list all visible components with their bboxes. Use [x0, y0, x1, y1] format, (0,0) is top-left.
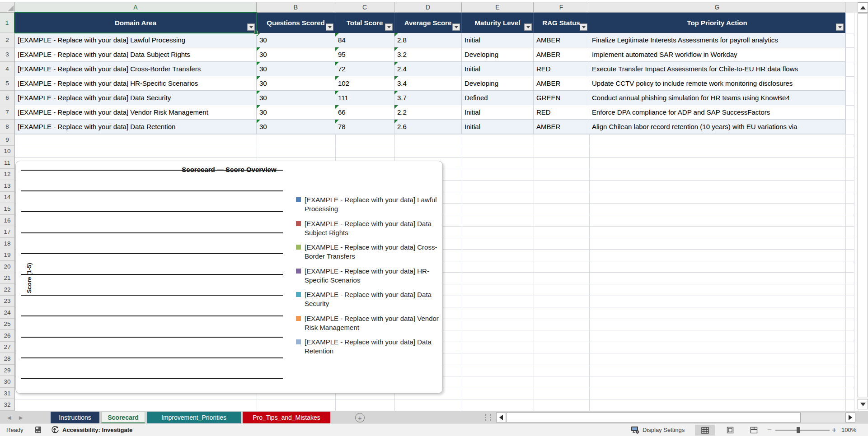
filter-button-maturity-level[interactable] [524, 23, 532, 31]
column-header-A[interactable]: A [15, 2, 257, 13]
cell-G7[interactable]: Enforce DPA compliance for ADP and SAP S… [589, 105, 845, 120]
cell-C6[interactable]: 111 [335, 91, 394, 105]
new-sheet-button[interactable]: + [355, 413, 365, 422]
row-header-6[interactable]: 6 [0, 91, 15, 105]
score-overview-chart[interactable]: Scorecard — Score Overview Score (1-5) [… [15, 161, 443, 394]
row-header-32[interactable]: 32 [0, 399, 15, 411]
cell-F8[interactable]: AMBER [534, 120, 589, 134]
row-header-29[interactable]: 29 [0, 365, 15, 376]
row-header-26[interactable]: 26 [0, 330, 15, 342]
cell-G2[interactable]: Finalize Legitimate Interests Assessment… [589, 33, 845, 47]
accessibility-status[interactable]: Accessibility: Investigate [62, 424, 132, 436]
cell-D4[interactable]: 2.4 [394, 62, 462, 76]
sheet-tab-pro-tips-and-mistakes[interactable]: Pro_Tips_and_Mistakes [243, 412, 330, 423]
cell-E7[interactable]: Initial [462, 105, 534, 120]
cell-B3[interactable]: 30 [257, 47, 335, 62]
row-header-12[interactable]: 12 [0, 169, 15, 181]
cell-E6[interactable]: Defined [462, 91, 534, 105]
select-all-corner[interactable] [0, 2, 15, 13]
row-header-18[interactable]: 18 [0, 238, 15, 250]
row-header-2[interactable]: 2 [0, 33, 15, 47]
row-header-31[interactable]: 31 [0, 388, 15, 399]
cell-B5[interactable]: 30 [257, 76, 335, 91]
cell-A8[interactable]: [EXAMPLE - Replace with your data] Data … [15, 120, 257, 134]
cell-G3[interactable]: Implement automated SAR workflow in Work… [589, 47, 845, 62]
sheet-nav-right-icon[interactable]: ▶ [19, 415, 23, 421]
sheet-tab-instructions[interactable]: Instructions [51, 412, 99, 423]
tab-scrollbar-divider[interactable] [485, 414, 491, 421]
row-header-10[interactable]: 10 [0, 146, 15, 158]
row-header-30[interactable]: 30 [0, 376, 15, 388]
cell-B7[interactable]: 30 [257, 105, 335, 120]
sheet-tab-improvement-priorities[interactable]: Improvement_Priorities [147, 412, 241, 423]
table-header-average-score[interactable]: Average Score [394, 13, 462, 33]
vertical-scroll-thumb[interactable] [858, 14, 868, 397]
cell-F4[interactable]: RED [534, 62, 589, 76]
row-header-7[interactable]: 7 [0, 105, 15, 120]
cell-F2[interactable]: AMBER [534, 33, 589, 47]
row-header-19[interactable]: 19 [0, 249, 15, 261]
row-header-24[interactable]: 24 [0, 307, 15, 319]
cell-C8[interactable]: 78 [335, 120, 394, 134]
row-header-11[interactable]: 11 [0, 157, 15, 169]
row-header-8[interactable]: 8 [0, 120, 15, 134]
cell-A5[interactable]: [EXAMPLE - Replace with your data] HR-Sp… [15, 76, 257, 91]
filter-button-top-priority-action[interactable] [836, 23, 844, 31]
column-header-C[interactable]: C [335, 2, 394, 13]
row-header-9[interactable]: 9 [0, 134, 15, 146]
cell-C4[interactable]: 72 [335, 62, 394, 76]
row-header-22[interactable]: 22 [0, 284, 15, 296]
cell-F3[interactable]: AMBER [534, 47, 589, 62]
macro-record-icon[interactable] [34, 424, 42, 436]
column-header-B[interactable]: B [257, 2, 335, 13]
row-header-21[interactable]: 21 [0, 272, 15, 284]
cell-G5[interactable]: Update CCTV policy to include remote wor… [589, 76, 845, 91]
row-header-13[interactable]: 13 [0, 180, 15, 192]
row-header-14[interactable]: 14 [0, 192, 15, 204]
cell-A7[interactable]: [EXAMPLE - Replace with your data] Vendo… [15, 105, 257, 120]
table-header-questions-scored[interactable]: Questions Scored [257, 13, 335, 33]
zoom-out-button[interactable]: − [767, 424, 772, 436]
column-header-E[interactable]: E [462, 2, 534, 13]
zoom-in-button[interactable]: + [832, 424, 836, 436]
cell-A6[interactable]: [EXAMPLE - Replace with your data] Data … [15, 91, 257, 105]
cell-F5[interactable]: AMBER [534, 76, 589, 91]
scroll-down-button[interactable] [858, 399, 868, 409]
hscroll-left-button[interactable] [496, 413, 506, 422]
cell-G6[interactable]: Conduct annual phishing simulation for H… [589, 91, 845, 105]
display-settings-label[interactable]: Display Settings [643, 424, 685, 436]
cell-D2[interactable]: 2.8 [394, 33, 462, 47]
cell-C5[interactable]: 102 [335, 76, 394, 91]
page-break-view-button[interactable] [744, 425, 764, 436]
filter-button-rag-status[interactable] [580, 23, 587, 31]
horizontal-scroll-thumb[interactable] [506, 413, 801, 422]
row-header-15[interactable]: 15 [0, 203, 15, 215]
cell-E3[interactable]: Developing [462, 47, 534, 62]
row-header-28[interactable]: 28 [0, 353, 15, 365]
filter-button-questions-scored[interactable] [326, 23, 333, 31]
table-header-top-priority-action[interactable]: Top Priority Action [589, 13, 845, 33]
cell-D6[interactable]: 3.7 [394, 91, 462, 105]
cell-E4[interactable]: Initial [462, 62, 534, 76]
table-header-rag-status[interactable]: RAG Status [534, 13, 589, 33]
filter-button-domain-area[interactable] [247, 23, 255, 31]
selection-fill-handle[interactable] [254, 31, 258, 35]
row-header-20[interactable]: 20 [0, 261, 15, 273]
cell-G8[interactable]: Align Chilean labor record retention (10… [589, 120, 845, 134]
sheet-tab-scorecard[interactable]: Scorecard [101, 412, 145, 423]
column-header-F[interactable]: F [534, 2, 589, 13]
cell-D3[interactable]: 3.2 [394, 47, 462, 62]
page-layout-view-button[interactable] [720, 425, 740, 436]
filter-button-total-score[interactable] [385, 23, 393, 31]
cell-E8[interactable]: Initial [462, 120, 534, 134]
column-header-G[interactable]: G [589, 2, 845, 13]
cell-A2[interactable]: [EXAMPLE - Replace with your data] Lawfu… [15, 33, 257, 47]
column-header-D[interactable]: D [394, 2, 462, 13]
row-header-23[interactable]: 23 [0, 296, 15, 307]
table-header-maturity-level[interactable]: Maturity Level [462, 13, 534, 33]
cell-D8[interactable]: 2.6 [394, 120, 462, 134]
zoom-slider-track[interactable] [775, 430, 830, 431]
cell-D5[interactable]: 3.4 [394, 76, 462, 91]
cell-B8[interactable]: 30 [257, 120, 335, 134]
filter-button-average-score[interactable] [452, 23, 460, 31]
